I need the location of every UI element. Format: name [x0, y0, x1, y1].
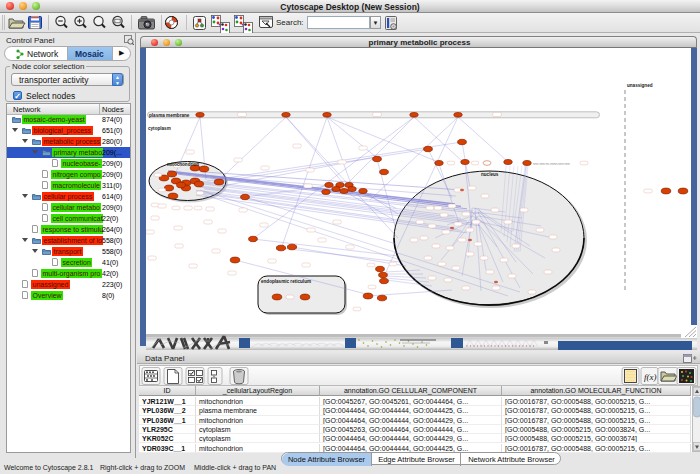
- svg-text:mitochondrion: mitochondrion: [167, 162, 199, 167]
- svg-text:unassigned: unassigned: [627, 83, 653, 88]
- svg-text:nnn-nnn nn-nnnn-nnn nnn: nnn-nnn nn-nnnn-nnn nnn: [533, 162, 570, 166]
- svg-text:endoplasmic reticulum: endoplasmic reticulum: [261, 279, 311, 284]
- svg-text:cytoplasm: cytoplasm: [148, 126, 171, 131]
- svg-text:nucleus: nucleus: [481, 172, 499, 177]
- svg-text:plasma membrane: plasma membrane: [149, 113, 190, 118]
- svg-text:f(x): f(x): [644, 372, 657, 382]
